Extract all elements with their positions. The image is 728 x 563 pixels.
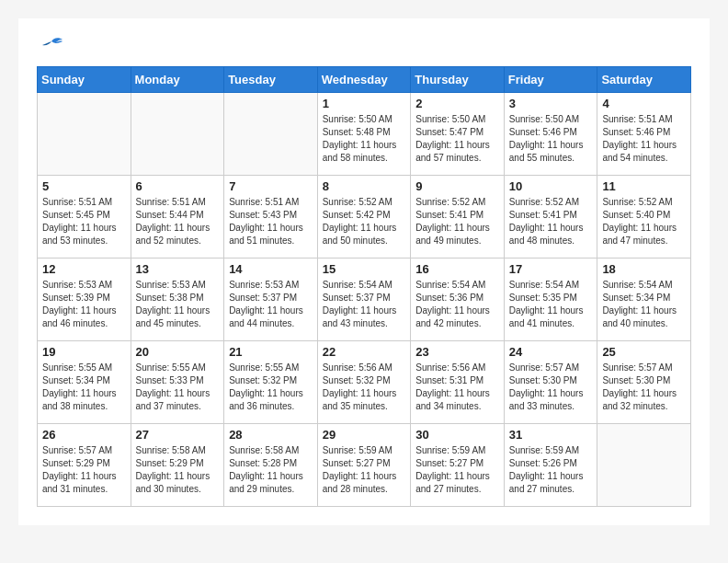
day-info: Sunrise: 5:53 AM Sunset: 5:39 PM Dayligh… [42,279,126,330]
table-row: 1Sunrise: 5:50 AM Sunset: 5:48 PM Daylig… [317,93,411,176]
table-row: 19Sunrise: 5:55 AM Sunset: 5:34 PM Dayli… [38,341,131,424]
table-row: 23Sunrise: 5:56 AM Sunset: 5:31 PM Dayli… [411,341,505,424]
day-number: 1 [323,97,406,110]
day-number: 28 [229,428,313,442]
table-row: 6Sunrise: 5:51 AM Sunset: 5:44 PM Daylig… [131,176,224,259]
day-number: 30 [415,428,499,442]
day-info: Sunrise: 5:56 AM Sunset: 5:31 PM Dayligh… [415,362,499,413]
day-number: 14 [229,262,313,276]
calendar-table: Sunday Monday Tuesday Wednesday Thursday… [37,66,691,507]
calendar-week-row: 5Sunrise: 5:51 AM Sunset: 5:45 PM Daylig… [38,176,691,259]
day-info: Sunrise: 5:50 AM Sunset: 5:46 PM Dayligh… [509,113,593,165]
table-row [38,93,131,176]
col-friday: Friday [504,67,597,93]
day-number: 15 [323,262,406,276]
day-info: Sunrise: 5:54 AM Sunset: 5:36 PM Dayligh… [415,279,499,330]
day-number: 19 [42,345,126,359]
table-row: 10Sunrise: 5:52 AM Sunset: 5:41 PM Dayli… [504,176,597,259]
day-info: Sunrise: 5:52 AM Sunset: 5:40 PM Dayligh… [602,196,686,247]
day-number: 23 [415,345,499,359]
day-info: Sunrise: 5:51 AM Sunset: 5:44 PM Dayligh… [136,196,220,247]
table-row: 8Sunrise: 5:52 AM Sunset: 5:42 PM Daylig… [317,176,411,259]
day-number: 5 [42,179,126,193]
table-row: 25Sunrise: 5:57 AM Sunset: 5:30 PM Dayli… [597,341,691,424]
day-number: 6 [136,179,220,193]
table-row: 18Sunrise: 5:54 AM Sunset: 5:34 PM Dayli… [597,259,691,341]
table-row [597,424,691,507]
day-number: 7 [229,179,313,193]
day-number: 24 [509,345,593,359]
table-row: 7Sunrise: 5:51 AM Sunset: 5:43 PM Daylig… [224,176,318,259]
col-saturday: Saturday [597,67,691,93]
day-info: Sunrise: 5:50 AM Sunset: 5:47 PM Dayligh… [415,113,499,165]
table-row: 14Sunrise: 5:53 AM Sunset: 5:37 PM Dayli… [224,259,318,341]
table-row: 31Sunrise: 5:59 AM Sunset: 5:26 PM Dayli… [504,424,597,507]
day-number: 31 [509,428,593,442]
day-info: Sunrise: 5:57 AM Sunset: 5:30 PM Dayligh… [509,362,593,413]
day-number: 25 [602,345,686,359]
day-info: Sunrise: 5:51 AM Sunset: 5:43 PM Dayligh… [229,196,313,247]
day-number: 12 [42,262,126,276]
table-row: 22Sunrise: 5:56 AM Sunset: 5:32 PM Dayli… [317,341,411,424]
day-info: Sunrise: 5:55 AM Sunset: 5:33 PM Dayligh… [136,362,220,413]
calendar-week-row: 19Sunrise: 5:55 AM Sunset: 5:34 PM Dayli… [38,341,691,424]
day-info: Sunrise: 5:57 AM Sunset: 5:30 PM Dayligh… [602,362,686,413]
col-tuesday: Tuesday [224,67,318,93]
logo [37,37,64,57]
day-info: Sunrise: 5:51 AM Sunset: 5:46 PM Dayligh… [602,113,686,165]
table-row: 2Sunrise: 5:50 AM Sunset: 5:47 PM Daylig… [411,93,505,176]
day-number: 2 [415,97,499,110]
day-number: 4 [602,97,686,110]
day-info: Sunrise: 5:58 AM Sunset: 5:29 PM Dayligh… [136,444,220,496]
day-info: Sunrise: 5:54 AM Sunset: 5:37 PM Dayligh… [323,279,406,330]
day-info: Sunrise: 5:53 AM Sunset: 5:38 PM Dayligh… [136,279,220,330]
day-info: Sunrise: 5:52 AM Sunset: 5:42 PM Dayligh… [323,196,406,247]
table-row: 28Sunrise: 5:58 AM Sunset: 5:28 PM Dayli… [224,424,318,507]
calendar-week-row: 1Sunrise: 5:50 AM Sunset: 5:48 PM Daylig… [38,93,691,176]
table-row [224,93,318,176]
day-info: Sunrise: 5:55 AM Sunset: 5:34 PM Dayligh… [42,362,126,413]
day-info: Sunrise: 5:50 AM Sunset: 5:48 PM Dayligh… [323,113,406,165]
col-wednesday: Wednesday [317,67,411,93]
table-row: 3Sunrise: 5:50 AM Sunset: 5:46 PM Daylig… [504,93,597,176]
table-row: 21Sunrise: 5:55 AM Sunset: 5:32 PM Dayli… [224,341,318,424]
table-row: 11Sunrise: 5:52 AM Sunset: 5:40 PM Dayli… [597,176,691,259]
day-number: 21 [229,345,313,359]
col-sunday: Sunday [38,67,131,93]
table-row: 17Sunrise: 5:54 AM Sunset: 5:35 PM Dayli… [504,259,597,341]
day-info: Sunrise: 5:53 AM Sunset: 5:37 PM Dayligh… [229,279,313,330]
table-row: 5Sunrise: 5:51 AM Sunset: 5:45 PM Daylig… [38,176,131,259]
day-number: 17 [509,262,593,276]
day-info: Sunrise: 5:54 AM Sunset: 5:35 PM Dayligh… [509,279,593,330]
day-number: 20 [136,345,220,359]
table-row: 29Sunrise: 5:59 AM Sunset: 5:27 PM Dayli… [317,424,411,507]
day-number: 18 [602,262,686,276]
day-number: 10 [509,179,593,193]
day-number: 8 [323,179,406,193]
day-number: 26 [42,428,126,442]
table-row: 9Sunrise: 5:52 AM Sunset: 5:41 PM Daylig… [411,176,505,259]
table-row: 20Sunrise: 5:55 AM Sunset: 5:33 PM Dayli… [131,341,224,424]
table-row: 24Sunrise: 5:57 AM Sunset: 5:30 PM Dayli… [504,341,597,424]
table-row: 13Sunrise: 5:53 AM Sunset: 5:38 PM Dayli… [131,259,224,341]
table-row: 26Sunrise: 5:57 AM Sunset: 5:29 PM Dayli… [38,424,131,507]
day-number: 27 [136,428,220,442]
day-info: Sunrise: 5:52 AM Sunset: 5:41 PM Dayligh… [415,196,499,247]
table-row: 30Sunrise: 5:59 AM Sunset: 5:27 PM Dayli… [411,424,505,507]
day-info: Sunrise: 5:57 AM Sunset: 5:29 PM Dayligh… [42,444,126,496]
day-info: Sunrise: 5:56 AM Sunset: 5:32 PM Dayligh… [323,362,406,413]
col-monday: Monday [131,67,224,93]
calendar-header-row: Sunday Monday Tuesday Wednesday Thursday… [38,67,691,93]
day-number: 22 [323,345,406,359]
table-row: 4Sunrise: 5:51 AM Sunset: 5:46 PM Daylig… [597,93,691,176]
table-row: 16Sunrise: 5:54 AM Sunset: 5:36 PM Dayli… [411,259,505,341]
day-number: 9 [415,179,499,193]
day-number: 16 [415,262,499,276]
day-info: Sunrise: 5:55 AM Sunset: 5:32 PM Dayligh… [229,362,313,413]
day-info: Sunrise: 5:58 AM Sunset: 5:28 PM Dayligh… [229,444,313,496]
table-row [131,93,224,176]
day-number: 13 [136,262,220,276]
day-info: Sunrise: 5:54 AM Sunset: 5:34 PM Dayligh… [602,279,686,330]
day-number: 3 [509,97,593,110]
table-row: 12Sunrise: 5:53 AM Sunset: 5:39 PM Dayli… [38,259,131,341]
